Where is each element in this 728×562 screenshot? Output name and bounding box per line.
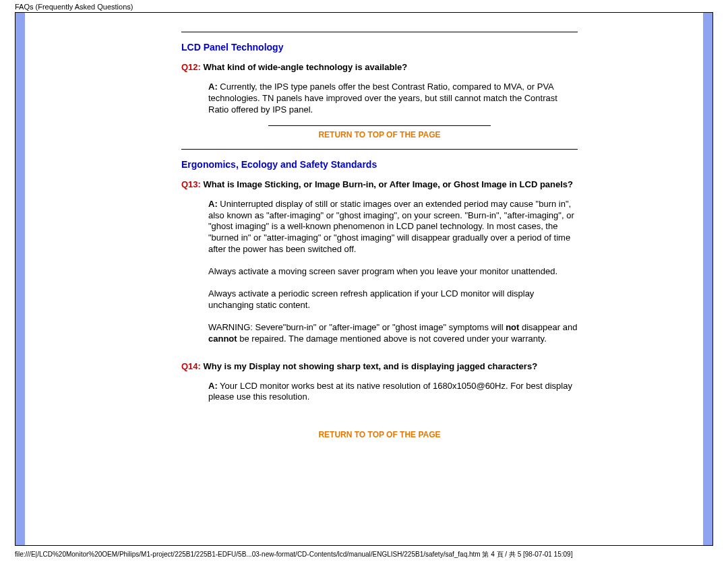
q13-text: What is Image Sticking, or Image Burn-in… [201,179,573,189]
q13-prefix: Q13: [181,179,201,189]
content-area: LCD Panel Technology Q12: What kind of w… [181,13,578,469]
q12-text: What kind of wide-angle technology is av… [201,62,407,72]
section-heading-ergonomics: Ergonomics, Ecology and Safety Standards [181,159,578,170]
a14-prefix: A: [208,381,218,391]
q12-prefix: Q12: [181,62,201,72]
a13-text: Uninterrupted display of still or static… [208,199,574,255]
warn-not: not [506,322,519,332]
qa-q14: Q14: Why is my Display not showing sharp… [181,361,578,404]
return-to-top-link[interactable]: RETURN TO TOP OF THE PAGE [181,430,578,439]
document-frame: LCD Panel Technology Q12: What kind of w… [15,12,713,546]
warn-post: be repaired. The damage mentioned above … [237,334,547,344]
a12-block: A: Currently, the IPS type panels offer … [181,82,578,116]
mid-divider [268,125,490,126]
qa-q13: Q13: What is Image Sticking, or Image Bu… [181,179,578,345]
warn-mid: disappear and [519,322,577,332]
q14-prefix: Q14: [181,361,201,371]
qa-q12: Q12: What kind of wide-angle technology … [181,62,578,116]
a12-text: Currently, the IPS type panels offer the… [208,82,557,115]
right-decor-bar [703,13,712,545]
warn-cannot: cannot [208,334,237,344]
divider [181,32,578,32]
a13-para2: Always activate a moving screen saver pr… [208,266,578,278]
a14-text: Your LCD monitor works best at its nativ… [208,381,572,402]
a14-block: A: Your LCD monitor works best at its na… [181,381,578,404]
return-to-top-link[interactable]: RETURN TO TOP OF THE PAGE [181,130,578,139]
a12-prefix: A: [208,82,218,92]
footer-file-path: file:///E|/LCD%20Monitor%20OEM/Philips/M… [15,550,713,559]
left-decor-bar [16,13,25,545]
a13-prefix: A: [208,199,218,209]
section-heading-lcd: LCD Panel Technology [181,42,578,53]
divider [181,149,578,150]
a13-warning: WARNING: Severe"burn-in" or "after-image… [208,322,578,345]
a13-para3: Always activate a periodic screen refres… [208,288,578,311]
a13-block: A: Uninterrupted display of still or sta… [181,199,578,345]
warn-pre: WARNING: Severe"burn-in" or "after-image… [208,322,506,332]
page-header: FAQs (Frequently Asked Questions) [15,3,133,11]
q14-text: Why is my Display not showing sharp text… [201,361,537,371]
